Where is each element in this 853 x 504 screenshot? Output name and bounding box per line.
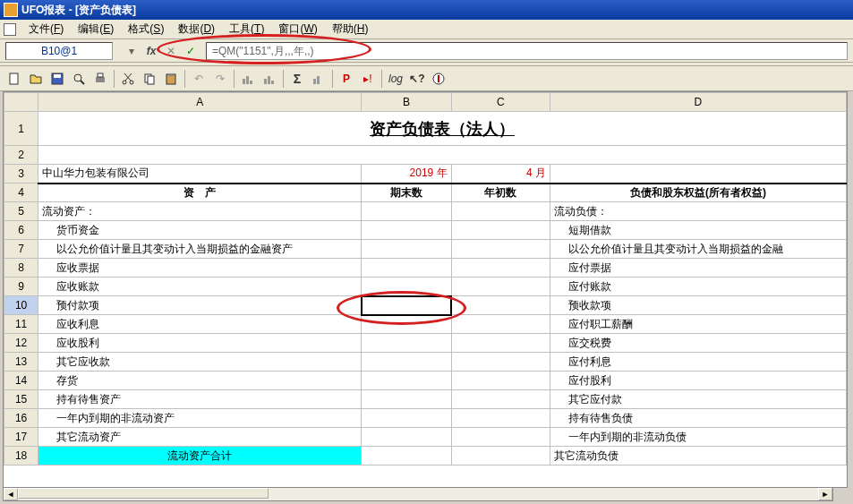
asset-cell[interactable]: 应收账款 — [38, 278, 362, 296]
row-header[interactable]: 17 — [4, 428, 38, 447]
row-header[interactable]: 3 — [4, 165, 38, 184]
horizontal-scrollbar[interactable]: ◄ ► — [3, 487, 833, 501]
menu-item[interactable]: 帮助(H) — [325, 20, 376, 38]
value-cell[interactable] — [362, 334, 451, 353]
header-end[interactable]: 期末数 — [362, 184, 451, 202]
undo-icon[interactable]: ↶ — [189, 69, 209, 89]
row-header[interactable]: 9 — [4, 278, 38, 296]
value-cell[interactable] — [362, 202, 451, 221]
col-header-d[interactable]: D — [550, 93, 846, 112]
row-header[interactable]: 7 — [4, 240, 38, 259]
run-icon[interactable]: ▸! — [358, 69, 378, 89]
preview-icon[interactable] — [69, 69, 89, 89]
value-cell[interactable] — [451, 296, 550, 315]
row-header[interactable]: 14 — [4, 372, 38, 390]
col-header-a[interactable]: A — [38, 93, 362, 112]
new-icon[interactable] — [4, 69, 24, 89]
row-header[interactable]: 10 — [4, 296, 38, 315]
asset-cell[interactable]: 流动资产： — [38, 202, 362, 221]
asset-cell[interactable]: 以公允价值计量且其变动计入当期损益的金融资产 — [38, 240, 362, 259]
save-icon[interactable] — [47, 69, 67, 89]
liability-cell[interactable]: 短期借款 — [550, 221, 846, 240]
company-cell[interactable]: 中山华力包装有限公司 — [38, 165, 362, 184]
value-cell[interactable] — [451, 221, 550, 240]
value-cell[interactable] — [451, 259, 550, 278]
asset-cell[interactable]: 存货 — [38, 372, 362, 390]
row-header[interactable]: 16 — [4, 409, 38, 428]
value-cell[interactable] — [451, 428, 550, 447]
cut-icon[interactable] — [118, 69, 138, 89]
liability-cell[interactable]: 预收款项 — [550, 296, 846, 315]
asset-cell[interactable]: 应收票据 — [38, 259, 362, 278]
value-cell[interactable] — [451, 334, 550, 353]
row-header[interactable]: 6 — [4, 221, 38, 240]
asset-cell[interactable]: 应收股利 — [38, 334, 362, 353]
asset-cell[interactable]: 预付款项 — [38, 296, 362, 315]
month-cell[interactable]: 4 月 — [451, 165, 550, 184]
menu-item[interactable]: 工具(T) — [222, 20, 271, 38]
col-header-b[interactable]: B — [362, 93, 451, 112]
log-icon[interactable]: log — [386, 69, 405, 89]
value-cell[interactable] — [362, 259, 451, 278]
year-cell[interactable]: 2019 年 — [362, 165, 451, 184]
menu-item[interactable]: 格式(S) — [121, 20, 171, 38]
menu-item[interactable]: 文件(F) — [21, 20, 71, 38]
asset-cell[interactable]: 其它应收款 — [38, 353, 362, 372]
cancel-icon[interactable]: ✕ — [163, 43, 179, 59]
row-header[interactable]: 5 — [4, 202, 38, 221]
header-liab[interactable]: 负债和股东权益(所有者权益) — [550, 184, 846, 202]
spreadsheet-grid[interactable]: A B C D 1 资产负债表（法人） 2 3 中山华力包装有限公司 2019 … — [4, 92, 847, 466]
value-cell[interactable] — [451, 409, 550, 428]
row-header[interactable]: 11 — [4, 315, 38, 334]
liability-cell[interactable]: 一年内到期的非流动负债 — [550, 428, 846, 447]
asset-cell[interactable]: 其它流动资产 — [38, 428, 362, 447]
menu-item[interactable]: 编辑(E) — [71, 20, 121, 38]
menu-item[interactable]: 窗口(W) — [271, 20, 324, 38]
value-cell[interactable] — [451, 390, 550, 409]
value-cell[interactable] — [362, 315, 451, 334]
scroll-thumb[interactable] — [18, 488, 269, 499]
value-cell[interactable] — [451, 315, 550, 334]
row-header[interactable]: 18 — [4, 447, 38, 466]
value-cell[interactable] — [451, 372, 550, 390]
p-icon[interactable]: P — [337, 69, 356, 89]
liability-cell[interactable]: 流动负债： — [550, 202, 846, 221]
asset-cell[interactable]: 一年内到期的非流动资产 — [38, 409, 362, 428]
asset-cell[interactable]: 持有待售资产 — [38, 390, 362, 409]
dropdown-icon[interactable]: ▾ — [124, 43, 140, 59]
liability-cell[interactable]: 应付账款 — [550, 278, 846, 296]
liability-cell[interactable]: 以公允价值计量且其变动计入当期损益的金融 — [550, 240, 846, 259]
help-icon[interactable]: ↖? — [407, 69, 427, 89]
asset-cell[interactable]: 应收利息 — [38, 315, 362, 334]
row-header[interactable]: 8 — [4, 259, 38, 278]
chart2-icon[interactable] — [260, 69, 279, 89]
cell[interactable] — [550, 165, 846, 184]
open-icon[interactable] — [26, 69, 46, 89]
cell[interactable] — [38, 146, 847, 165]
value-cell[interactable] — [362, 409, 451, 428]
liability-cell[interactable]: 应付职工薪酬 — [550, 315, 846, 334]
liability-cell[interactable]: 应付股利 — [550, 372, 846, 390]
chart1-icon[interactable] — [238, 69, 258, 89]
fx-icon[interactable]: fx — [143, 43, 159, 59]
value-cell[interactable] — [451, 353, 550, 372]
scroll-left-icon[interactable]: ◄ — [4, 488, 18, 500]
value-cell[interactable] — [362, 428, 451, 447]
formula-input[interactable]: =QM("1151",月,,,年,,) — [206, 42, 848, 60]
value-cell[interactable] — [451, 240, 550, 259]
sheet-title[interactable]: 资产负债表（法人） — [38, 112, 847, 146]
value-cell[interactable] — [362, 447, 451, 466]
row-header[interactable]: 15 — [4, 390, 38, 409]
row-header[interactable]: 1 — [4, 112, 38, 146]
col-header-c[interactable]: C — [451, 93, 550, 112]
chart3-icon[interactable] — [309, 69, 328, 89]
info-icon[interactable] — [429, 69, 448, 89]
corner-cell[interactable] — [4, 93, 38, 112]
value-cell[interactable] — [362, 278, 451, 296]
row-header[interactable]: 13 — [4, 353, 38, 372]
liability-cell[interactable]: 其它应付款 — [550, 390, 846, 409]
header-assets[interactable]: 资 产 — [38, 184, 362, 202]
value-cell[interactable] — [362, 353, 451, 372]
row-header[interactable]: 2 — [4, 146, 38, 165]
spreadsheet-area[interactable]: A B C D 1 资产负债表（法人） 2 3 中山华力包装有限公司 2019 … — [3, 91, 848, 488]
